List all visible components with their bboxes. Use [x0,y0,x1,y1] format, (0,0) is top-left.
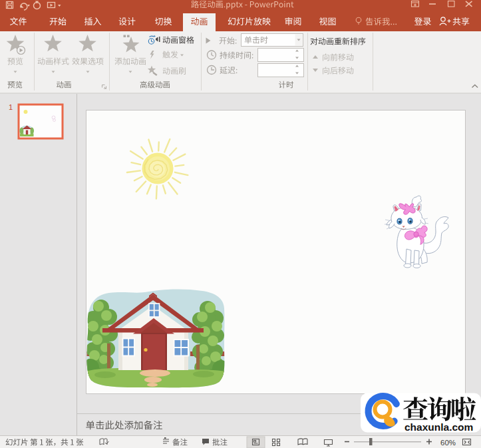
svg-text:1: 1 [9,103,13,111]
svg-text:60%: 60% [440,439,456,447]
svg-text:chaxunla.com: chaxunla.com [404,421,473,433]
